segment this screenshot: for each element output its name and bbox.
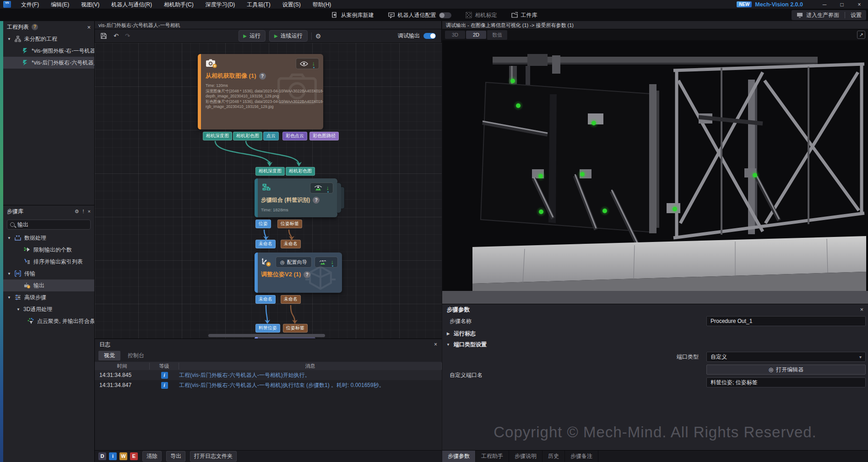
tab-step-parameters[interactable]: 步骤参数 bbox=[442, 451, 476, 462]
settings-button[interactable]: 设置 bbox=[851, 11, 862, 19]
visual-output-icon[interactable] bbox=[314, 185, 322, 191]
undo-icon[interactable]: ↶ bbox=[114, 32, 119, 39]
step-group-advanced[interactable]: ▼ 高级步骤 bbox=[3, 291, 94, 303]
port-pose-label-in[interactable]: 位姿标签 bbox=[283, 324, 308, 333]
download-result-icon[interactable]: ↓ bbox=[312, 61, 315, 66]
menu-view[interactable]: 视图(V) bbox=[75, 0, 105, 9]
help-icon[interactable]: ? bbox=[32, 24, 38, 30]
run-settings-gear-icon[interactable]: ⚙ bbox=[315, 32, 321, 40]
chevron-down-icon[interactable]: ▼ bbox=[446, 343, 450, 347]
port-pose-out[interactable]: 位姿 bbox=[255, 220, 271, 228]
log-tab-console[interactable]: 控制台 bbox=[122, 351, 150, 360]
log-row[interactable]: 14:31:34.847 i 工程(vis-后门外板右-六号机器人-一号相机)执… bbox=[95, 380, 442, 390]
library-settings-icon[interactable]: ⚙ bbox=[75, 209, 79, 215]
canvas-horizontal-scrollbar[interactable] bbox=[208, 334, 325, 337]
download-result-icon[interactable]: ↓ bbox=[331, 259, 334, 265]
help-icon[interactable]: ? bbox=[304, 271, 310, 278]
download-result-icon[interactable]: ↓ bbox=[326, 185, 330, 191]
node-procedure-basket-recognition[interactable]: ↓ 步骤组合 (料筐识别) ? Time: 1828ms bbox=[255, 178, 337, 217]
menu-edit[interactable]: 编辑(E) bbox=[45, 0, 75, 9]
chevron-down-icon[interactable]: ▼ bbox=[7, 236, 11, 240]
project-group-row[interactable]: ▼ 未分配的工程 bbox=[3, 33, 94, 45]
log-tab-vision[interactable]: 视觉 bbox=[98, 351, 120, 360]
step-subgroup-3d-general[interactable]: ▼ 3D通用处理 bbox=[3, 303, 94, 315]
chevron-down-icon[interactable]: ▼ bbox=[16, 307, 21, 312]
open-log-folder-button[interactable]: 打开日志文件夹 bbox=[190, 451, 237, 462]
step-item-limit-output[interactable]: 限制输出的个数 bbox=[3, 244, 94, 256]
step-item-sort-output[interactable]: 排序并输出索引列表 bbox=[3, 256, 94, 268]
custom-port-name-input[interactable] bbox=[706, 377, 866, 387]
tab-2d[interactable]: 2D bbox=[466, 31, 486, 39]
project-item[interactable]: *vis-侧围外板-右-一号机器人-二号... bbox=[3, 45, 94, 57]
project-item-selected[interactable]: *vis-后门外板右-六号机器人-一号... bbox=[3, 57, 94, 69]
eye-icon[interactable] bbox=[300, 61, 308, 66]
close-icon[interactable]: × bbox=[87, 24, 91, 31]
run-button[interactable]: ▶ 运行 bbox=[238, 30, 266, 42]
tab-step-description[interactable]: 步骤说明 bbox=[509, 451, 542, 462]
help-icon[interactable]: ? bbox=[313, 197, 320, 204]
node-capture-from-camera[interactable]: ↓ 从相机获取图像 (1) ? Time: 120ms 深度图像尺寸(2048 … bbox=[198, 54, 323, 129]
port-color-pointcloud-out[interactable]: 彩色点云 bbox=[282, 132, 307, 140]
minimize-button[interactable]: ─ bbox=[816, 0, 833, 9]
menu-camera-assistant[interactable]: 相机助手(C) bbox=[158, 0, 200, 9]
config-wizard-button[interactable]: ◎ 配置向导 bbox=[276, 257, 312, 268]
tab-3d[interactable]: 3D bbox=[445, 31, 465, 39]
search-input[interactable] bbox=[17, 221, 81, 228]
tab-numeric[interactable]: 数值 bbox=[487, 30, 507, 40]
tab-step-notes[interactable]: 步骤备注 bbox=[565, 451, 598, 462]
tab-project-assistant[interactable]: 工程助手 bbox=[476, 451, 509, 462]
filter-debug-button[interactable]: D bbox=[98, 452, 106, 460]
port-unnamed-out[interactable]: 未命名 bbox=[281, 295, 301, 304]
run-flag-section[interactable]: ▶ 运行标志 bbox=[446, 330, 476, 338]
port-unnamed-in[interactable]: 未命名 bbox=[255, 240, 276, 248]
port-camera-depth-out[interactable]: 相机深度图 bbox=[203, 132, 232, 140]
chevron-right-icon[interactable]: ▶ bbox=[446, 332, 450, 336]
port-pose-label-out[interactable]: 位姿标签 bbox=[277, 220, 302, 228]
new-from-case-button[interactable]: 从案例库新建 bbox=[331, 11, 374, 19]
help-icon[interactable]: ? bbox=[259, 73, 266, 80]
chevron-down-icon[interactable]: ▼ bbox=[7, 295, 11, 300]
export-log-button[interactable]: 导出 bbox=[166, 451, 185, 462]
save-icon[interactable] bbox=[100, 32, 107, 39]
camera-calibration-button[interactable]: 相机标定 bbox=[465, 11, 497, 19]
menu-deep-learning[interactable]: 深度学习(D) bbox=[200, 0, 241, 9]
filter-warning-button[interactable]: W bbox=[119, 452, 127, 460]
debug-output-toggle[interactable] bbox=[423, 33, 436, 39]
clear-log-button[interactable]: 清除 bbox=[142, 451, 162, 462]
library-info-icon[interactable]: ! bbox=[83, 209, 84, 214]
close-button[interactable]: × bbox=[851, 0, 868, 9]
menu-toolbox[interactable]: 工具箱(T) bbox=[241, 0, 276, 9]
port-unnamed-out[interactable]: 未命名 bbox=[255, 295, 276, 304]
run-continuous-button[interactable]: ▶ 连续运行 bbox=[269, 30, 308, 42]
chevron-down-icon[interactable]: ▼ bbox=[7, 37, 11, 41]
visual-output-icon[interactable] bbox=[319, 259, 327, 265]
port-basket-pose-in[interactable]: 料筐位姿 bbox=[255, 324, 280, 333]
filter-info-button[interactable]: i bbox=[109, 452, 117, 460]
step-name-input[interactable] bbox=[706, 316, 866, 326]
menu-file[interactable]: 文件(F) bbox=[15, 0, 45, 9]
step-item-output-selected[interactable]: 输出 bbox=[3, 279, 94, 291]
close-icon[interactable]: × bbox=[434, 341, 437, 348]
menu-help[interactable]: 帮助(H) bbox=[307, 0, 337, 9]
port-camera-depth-in[interactable]: 相机深度图 bbox=[255, 167, 285, 176]
close-icon[interactable]: × bbox=[88, 209, 91, 214]
port-camera-color-out[interactable]: 相机彩色图 bbox=[233, 132, 262, 140]
maximize-button[interactable]: □ bbox=[833, 0, 851, 9]
node-adjust-poses-v2[interactable]: ◎ 配置向导 ↓ 调整位姿V2 (1) ? bbox=[255, 252, 342, 293]
port-pointcloud-out[interactable]: 点云 bbox=[263, 132, 279, 140]
menu-settings[interactable]: 设置(S) bbox=[277, 0, 307, 9]
chevron-down-icon[interactable]: ▼ bbox=[7, 272, 11, 276]
step-item-pointcloud-cluster[interactable]: 点云聚类, 并输出符合条件的... bbox=[3, 315, 94, 327]
open-in-window-icon[interactable]: ↗ bbox=[857, 31, 865, 39]
filter-error-button[interactable]: E bbox=[130, 452, 138, 460]
robot-comm-toggle[interactable] bbox=[439, 12, 451, 18]
port-type-select[interactable]: 自定义 ▾ bbox=[706, 352, 866, 362]
robot-comm-config-button[interactable]: 机器人通信配置 bbox=[388, 11, 451, 19]
redo-icon[interactable]: ↷ bbox=[125, 32, 130, 39]
enter-production-button[interactable]: 进入生产界面 bbox=[796, 11, 839, 19]
tab-history[interactable]: 历史 bbox=[542, 451, 565, 462]
port-unnamed-in[interactable]: 未命名 bbox=[281, 240, 301, 248]
close-icon[interactable]: × bbox=[860, 306, 863, 313]
port-color-image-path-out[interactable]: 彩色图路径 bbox=[309, 132, 339, 140]
port-type-section[interactable]: ▼ 端口类型设置 bbox=[446, 341, 487, 349]
